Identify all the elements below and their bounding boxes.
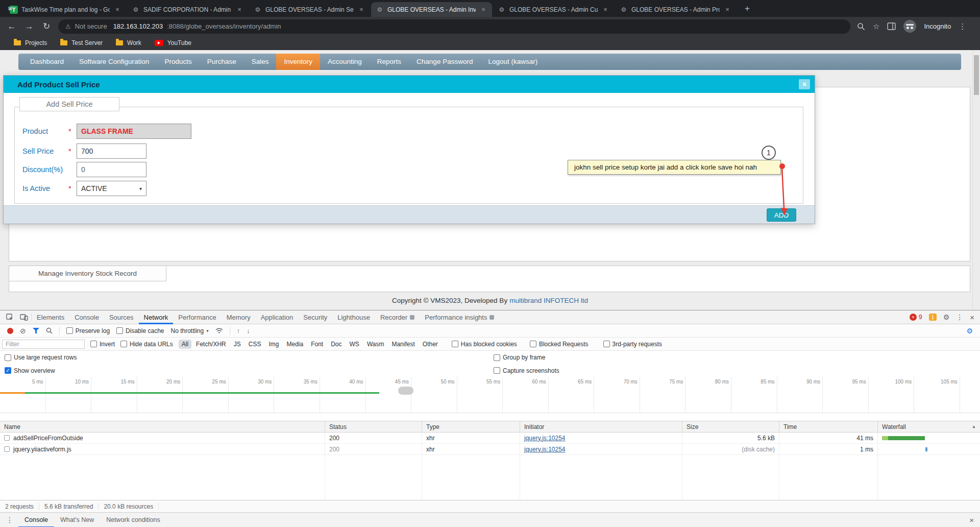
nav-dashboard[interactable]: Dashboard [22, 54, 71, 70]
filter-pill-css[interactable]: CSS [246, 340, 264, 349]
inspect-element-icon[interactable] [0, 314, 17, 321]
browser-menu-icon[interactable]: ⋮ [959, 22, 966, 31]
checkbox[interactable] [603, 341, 610, 347]
tab-recorder[interactable]: Recorder [375, 310, 420, 324]
tab-console[interactable]: Console [69, 310, 104, 324]
network-settings-gear-icon[interactable]: ⚙ [966, 327, 973, 335]
bookmark-folder-projects[interactable]: Projects [14, 39, 47, 46]
browser-tab[interactable]: ⚙ GLOBE OVERSEAS - Admin SellIt × [249, 2, 370, 17]
tab-security[interactable]: Security [298, 310, 332, 324]
bookmark-folder-test-server[interactable]: Test Server [60, 39, 103, 46]
checkbox[interactable] [66, 327, 73, 334]
tab-performance-insights[interactable]: Performance insights [420, 310, 499, 324]
address-bar[interactable]: ⚠ Not secure 182.163.102.203 :8088/globe… [58, 19, 850, 34]
tab-sources[interactable]: Sources [104, 310, 139, 324]
browser-tab-active[interactable]: ⚙ GLOBE OVERSEAS - Admin Inven × [371, 2, 492, 17]
drawer-tab-whats-new[interactable]: What's New [54, 513, 100, 527]
nav-software-configuration[interactable]: Software Configuration [71, 54, 157, 70]
page-scrollbar[interactable] [972, 50, 980, 310]
drawer-tab-network-conditions[interactable]: Network conditions [100, 513, 166, 527]
footer-link[interactable]: multibrand INFOTECH ltd [509, 297, 588, 304]
tab-close-icon[interactable]: × [723, 6, 731, 13]
network-overview-timeline[interactable]: 5 ms 10 ms 15 ms 20 ms 25 ms 30 ms 35 ms… [0, 377, 980, 413]
bookmark-youtube[interactable]: YouTube [155, 39, 191, 46]
filter-pill-ws[interactable]: WS [347, 340, 362, 349]
browser-tab[interactable]: ⚙ GLOBE OVERSEAS - Admin Prod × [615, 2, 736, 17]
new-tab-button[interactable]: + [741, 3, 753, 14]
has-blocked-cookies-checkbox[interactable]: Has blocked cookies [452, 341, 517, 348]
search-icon[interactable] [46, 327, 53, 334]
device-toolbar-icon[interactable] [17, 314, 31, 321]
browser-tab[interactable]: T TaskWise Time plan and log - Go × [5, 2, 126, 17]
reload-icon[interactable]: ↻ [38, 21, 55, 32]
filter-pill-all[interactable]: All [179, 340, 191, 349]
tab-application[interactable]: Application [256, 310, 299, 324]
checkbox[interactable] [494, 354, 500, 361]
tab-performance[interactable]: Performance [173, 310, 221, 324]
side-panel-icon[interactable] [887, 22, 896, 30]
capture-screenshots-checkbox[interactable]: Capture screenshots [494, 367, 559, 374]
tab-close-icon[interactable]: × [601, 6, 609, 13]
checkbox[interactable] [120, 341, 127, 347]
checkbox[interactable] [530, 341, 536, 347]
column-header-name[interactable]: Name [0, 421, 325, 432]
forward-icon[interactable]: → [20, 21, 38, 32]
nav-products[interactable]: Products [157, 54, 199, 70]
invert-checkbox[interactable]: Invert [90, 341, 115, 348]
column-header-status[interactable]: Status [325, 421, 422, 432]
show-overview-checkbox[interactable]: ✓ Show overview [5, 367, 55, 374]
nav-change-password[interactable]: Change Password [409, 54, 480, 70]
filter-pill-media[interactable]: Media [283, 340, 306, 349]
checkbox[interactable] [494, 367, 500, 374]
nav-reports[interactable]: Reports [370, 54, 409, 70]
column-header-size[interactable]: Size [682, 421, 779, 432]
tab-close-icon[interactable]: × [357, 6, 365, 13]
overview-scrubber[interactable] [398, 387, 413, 395]
tab-close-icon[interactable]: × [235, 6, 243, 13]
incognito-avatar-icon[interactable] [903, 20, 916, 33]
manage-inventory-tab[interactable]: Manage Inventory Stock Record [9, 266, 166, 281]
nav-logout[interactable]: Logout (kawsar) [480, 54, 545, 70]
hide-data-urls-checkbox[interactable]: Hide data URLs [120, 341, 173, 348]
cell-name[interactable]: jquery.yiiactiveform.js [0, 444, 325, 454]
is-active-select[interactable]: ACTIVE ▾ [77, 181, 146, 196]
zoom-icon[interactable] [857, 22, 865, 31]
nav-inventory[interactable]: Inventory [276, 54, 320, 70]
group-by-frame-checkbox[interactable]: Group by frame [494, 354, 545, 361]
initiator-link[interactable]: jquery.js:10254 [524, 446, 566, 453]
sell-price-field[interactable] [77, 143, 146, 159]
blocked-requests-checkbox[interactable]: Blocked Requests [530, 341, 589, 348]
cell-name[interactable]: addSellPriceFromOutside [0, 433, 325, 443]
devtools-menu-icon[interactable]: ⋮ [956, 313, 963, 321]
browser-tab[interactable]: ⚙ SADIF CORPORATION - Admin P × [127, 2, 248, 17]
checkbox[interactable] [90, 341, 97, 347]
filter-input[interactable]: Filter [2, 340, 85, 349]
back-icon[interactable]: ← [3, 21, 20, 32]
bookmark-folder-work[interactable]: Work [116, 39, 141, 46]
filter-pill-wasm[interactable]: Wasm [364, 340, 387, 349]
tab-memory[interactable]: Memory [222, 310, 256, 324]
nav-purchase[interactable]: Purchase [200, 54, 244, 70]
checkbox[interactable] [452, 341, 458, 347]
table-row[interactable]: jquery.yiiactiveform.js 200 xhr jquery.j… [0, 444, 980, 455]
nav-sales[interactable]: Sales [244, 54, 277, 70]
checkbox[interactable] [5, 354, 11, 361]
browser-tab[interactable]: ⚙ GLOBE OVERSEAS - Admin Custo × [493, 2, 614, 17]
filter-pill-js[interactable]: JS [231, 340, 244, 349]
filter-pill-manifest[interactable]: Manifest [388, 340, 418, 349]
window-close-button[interactable]: × [0, 0, 20, 17]
column-header-waterfall[interactable]: Waterfall ▲ [878, 421, 980, 432]
checkbox-checked[interactable]: ✓ [5, 367, 11, 374]
clear-icon[interactable]: ⊘ [20, 327, 26, 335]
use-large-request-rows-checkbox[interactable]: Use large request rows [5, 354, 77, 361]
disable-cache-checkbox[interactable]: Disable cache [116, 327, 164, 334]
column-header-type[interactable]: Type [422, 421, 520, 432]
modal-close-icon[interactable]: × [799, 79, 810, 89]
filter-pill-font[interactable]: Font [308, 340, 326, 349]
filter-pill-other[interactable]: Other [420, 340, 441, 349]
filter-funnel-icon[interactable] [33, 328, 39, 334]
drawer-tab-console[interactable]: Console [18, 513, 54, 527]
filter-pill-fetch-xhr[interactable]: Fetch/XHR [193, 340, 229, 349]
table-row[interactable]: addSellPriceFromOutside 200 xhr jquery.j… [0, 433, 980, 444]
tab-lighthouse[interactable]: Lighthouse [332, 310, 375, 324]
